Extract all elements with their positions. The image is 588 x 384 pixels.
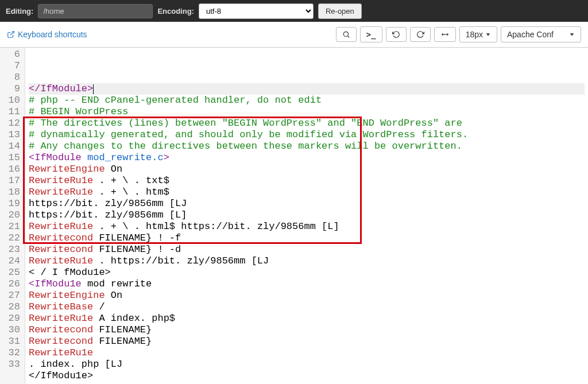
line-number: 24 [3, 255, 20, 267]
font-size-label: 18px [466, 30, 483, 39]
line-number: 26 [3, 278, 20, 290]
line-number: 9 [3, 83, 20, 95]
code-line[interactable]: <IfModule mod_rewrite.c> [29, 152, 585, 164]
file-path-input[interactable] [38, 4, 153, 18]
terminal-button[interactable]: >_ [360, 26, 382, 42]
code-line[interactable]: Rewritecond FILENAME} [29, 336, 585, 347]
wrap-button[interactable] [434, 27, 456, 42]
redo-button[interactable] [410, 27, 431, 42]
redo-icon [416, 30, 424, 38]
editing-label: Editing: [6, 7, 33, 15]
code-line[interactable]: # dynamically generated, and should only… [29, 129, 585, 141]
line-gutter: 6789101112131415161718192021222324252627… [0, 48, 25, 384]
svg-line-0 [10, 32, 14, 35]
code-line[interactable]: RewriteEngine On [29, 164, 585, 175]
code-line[interactable]: https://bit. zly/9856mm [LJ [29, 198, 585, 210]
line-number: 14 [3, 141, 20, 152]
code-line[interactable]: # BEGIN WordPress [29, 106, 585, 118]
toolbar-buttons: >_ 18px Apache Conf [336, 26, 581, 42]
line-number: 31 [3, 336, 20, 347]
code-line[interactable]: <IfModu1e mod rewrite [29, 278, 585, 290]
code-line[interactable]: RewriteRu1e . + \ . htm$ [29, 187, 585, 198]
line-number: 12 [3, 118, 20, 129]
line-number: 20 [3, 210, 20, 221]
terminal-icon: >_ [366, 30, 376, 39]
code-line[interactable]: RewriteRu1e A index. php$ [29, 313, 585, 324]
code-line[interactable]: </IfModule> [29, 83, 585, 95]
code-line[interactable]: # php -- END cPanel-generated handler, d… [29, 95, 585, 106]
line-number: 19 [3, 198, 20, 210]
code-line[interactable]: RewriteRu1e . + \ . html$ https://bit. z… [29, 221, 585, 232]
line-number: 22 [3, 232, 20, 244]
line-number: 27 [3, 290, 20, 301]
chevron-down-icon [485, 32, 491, 37]
line-number: 6 [3, 49, 20, 60]
line-number: 21 [3, 221, 20, 232]
encoding-label: Encoding: [157, 7, 194, 15]
code-line[interactable]: < / I fModu1e> [29, 267, 585, 278]
code-area[interactable]: </IfModule># php -- END cPanel-generated… [25, 48, 588, 384]
line-number: 8 [3, 72, 20, 83]
undo-button[interactable] [386, 27, 407, 42]
encoding-select[interactable]: utf-8 [199, 3, 314, 19]
undo-icon [392, 30, 400, 38]
line-number: 33 [3, 359, 20, 370]
code-line[interactable]: RewriteBase / [29, 301, 585, 313]
font-size-select[interactable]: 18px [459, 26, 497, 42]
line-number: 23 [3, 244, 20, 255]
line-number: 7 [3, 60, 20, 72]
code-line[interactable]: Rewritecond FILENAME} [29, 324, 585, 336]
line-number: 16 [3, 164, 20, 175]
code-line[interactable]: # The directives (lines) between "BEGIN … [29, 118, 585, 129]
code-line[interactable]: # Any changes to the directives between … [29, 141, 585, 152]
search-icon [342, 30, 350, 38]
line-number: 29 [3, 313, 20, 324]
code-line[interactable]: RewriteRu1e [29, 347, 585, 359]
line-number: 32 [3, 347, 20, 359]
external-link-icon [7, 30, 15, 38]
svg-line-2 [347, 36, 349, 38]
chevron-down-icon [569, 32, 575, 37]
toolbar: Keyboard shortcuts >_ 18px Apache Conf [0, 22, 588, 48]
keyboard-shortcuts-link[interactable]: Keyboard shortcuts [7, 30, 87, 39]
arrows-horizontal-icon [440, 30, 450, 38]
reopen-button[interactable]: Re-open [318, 3, 362, 19]
svg-point-1 [343, 32, 348, 36]
syntax-label: Apache Conf [507, 30, 554, 39]
line-number: 25 [3, 267, 20, 278]
code-line[interactable]: https://bit. zly/9856mm [L] [29, 210, 585, 221]
line-number: 17 [3, 175, 20, 187]
code-line[interactable]: RewriteRu1e . https://bit. zly/9856mm [L… [29, 255, 585, 267]
line-number: 15 [3, 152, 20, 164]
line-number: 18 [3, 187, 20, 198]
code-line[interactable] [29, 382, 585, 384]
code-editor[interactable]: 6789101112131415161718192021222324252627… [0, 48, 588, 384]
syntax-select[interactable]: Apache Conf [501, 26, 581, 42]
code-line[interactable]: RewriteEngine On [29, 290, 585, 301]
svg-marker-4 [486, 33, 490, 36]
code-line[interactable]: . index. php [LJ [29, 359, 585, 370]
top-bar: Editing: Encoding: utf-8 Re-open [0, 0, 588, 22]
code-line[interactable]: </IfModu1e> [29, 370, 585, 382]
line-number: 30 [3, 324, 20, 336]
svg-marker-5 [570, 33, 574, 36]
line-number: 28 [3, 301, 20, 313]
keyboard-shortcuts-label: Keyboard shortcuts [18, 30, 87, 39]
code-line[interactable]: Rewritecond FILENAME} ! -f [29, 232, 585, 244]
line-number: 13 [3, 129, 20, 141]
code-line[interactable]: RewriteRu1e . + \ . txt$ [29, 175, 585, 187]
line-number: 11 [3, 106, 20, 118]
code-line[interactable]: Rewritecond FILENAME} ! -d [29, 244, 585, 255]
search-button[interactable] [336, 27, 357, 42]
line-number: 10 [3, 95, 20, 106]
